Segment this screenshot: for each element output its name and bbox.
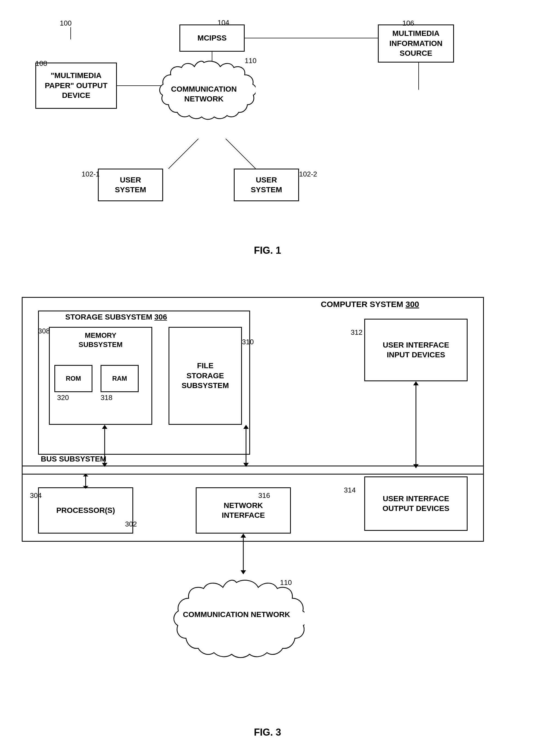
- svg-line-10: [226, 139, 256, 169]
- ref-110-fig3: 110: [280, 578, 292, 587]
- svg-marker-20: [413, 464, 419, 468]
- svg-marker-17: [243, 463, 249, 467]
- ref-308: 308: [38, 327, 50, 335]
- ui-input-devices-box: USER INTERFACE INPUT DEVICES: [364, 319, 467, 381]
- ref-312: 312: [351, 328, 362, 337]
- multimedia-info-box: MULTIMEDIA INFORMATION SOURCE: [378, 24, 454, 63]
- bus-line-bottom: [22, 474, 484, 475]
- memory-subsystem-label: MEMORY SUBSYSTEM: [54, 331, 147, 349]
- svg-marker-14: [102, 463, 107, 467]
- fig1-diagram: 100 MCIPSS 104 MULTIMEDIA INFORMATION SO…: [22, 16, 513, 239]
- ui-output-devices-box: USER INTERFACE OUTPUT DEVICES: [364, 477, 467, 531]
- network-interface-box: NETWORK INTERFACE: [196, 487, 291, 534]
- user-system-1-box: USER SYSTEM: [98, 169, 163, 201]
- svg-marker-22: [83, 474, 88, 477]
- comm-network-cloud-fig3: COMMUNICATION NETWORK: [169, 574, 304, 678]
- storage-subsystem-label: STORAGE SUBSYSTEM 306: [65, 313, 167, 321]
- fig1-label: FIG. 1: [22, 245, 513, 256]
- fig3-diagram: COMPUTER SYSTEM 300 STORAGE SUBSYSTEM 30…: [22, 281, 513, 721]
- ref-316: 316: [258, 491, 270, 500]
- computer-system-label: COMPUTER SYSTEM 300: [321, 300, 419, 309]
- svg-marker-19: [413, 381, 419, 385]
- ref-104: 104: [217, 18, 229, 27]
- comm-network-cloud: COMMUNICATION NETWORK: [152, 57, 256, 139]
- ref-106: 106: [402, 19, 414, 27]
- svg-marker-25: [240, 534, 246, 538]
- ref-320: 320: [57, 393, 69, 402]
- svg-marker-23: [83, 486, 88, 489]
- ref-102-1: 102-1: [82, 170, 100, 178]
- mcipss-box: MCIPSS: [180, 24, 245, 52]
- ref-102-2: 102-2: [299, 170, 317, 178]
- ref-318: 318: [100, 393, 112, 402]
- svg-line-8: [169, 139, 198, 169]
- multimedia-paper-box: "MULTIMEDIA PAPER" OUTPUT DEVICE: [35, 63, 117, 109]
- rom-box: ROM: [54, 365, 93, 392]
- processors-box: PROCESSOR(S): [38, 487, 133, 534]
- ref-304: 304: [30, 491, 42, 500]
- ref-310: 310: [242, 338, 254, 346]
- ref-314: 314: [344, 486, 355, 494]
- file-storage-box: FILE STORAGE SUBSYSTEM: [169, 327, 242, 425]
- fig3-label: FIG. 3: [22, 727, 513, 738]
- svg-marker-16: [243, 425, 249, 429]
- ref-100: 100: [60, 19, 71, 27]
- ram-box: RAM: [100, 365, 139, 392]
- svg-marker-13: [102, 425, 107, 429]
- ref-110-fig1: 110: [245, 57, 256, 65]
- bus-subsystem-label: BUS SUBSYSTEM: [41, 455, 106, 463]
- ref-108: 108: [35, 59, 47, 68]
- ref-302: 302: [125, 520, 137, 528]
- user-system-2-box: USER SYSTEM: [234, 169, 299, 201]
- svg-marker-26: [240, 570, 246, 574]
